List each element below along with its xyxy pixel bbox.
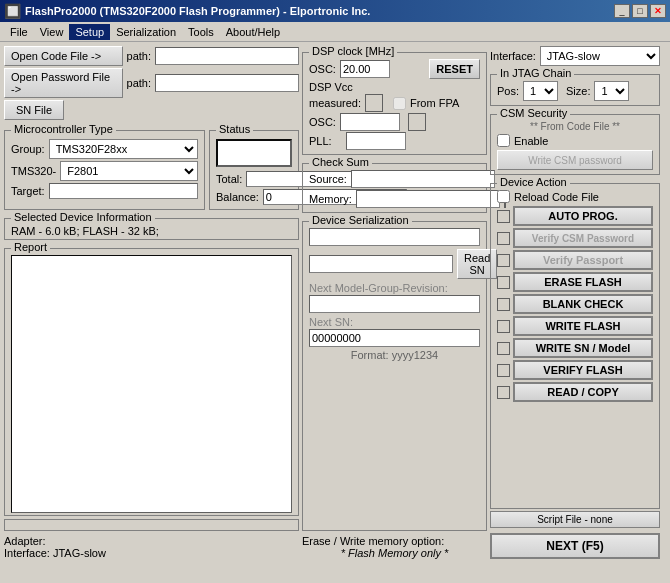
osc-label-1: OSC: bbox=[309, 63, 336, 75]
size-label: Size: bbox=[566, 85, 590, 97]
interface-select[interactable]: JTAG-slow bbox=[540, 46, 660, 66]
menu-file[interactable]: File bbox=[4, 24, 34, 40]
horizontal-scrollbar[interactable] bbox=[4, 519, 299, 531]
source-input[interactable] bbox=[351, 170, 495, 188]
osc-input-2[interactable] bbox=[340, 113, 400, 131]
write-csm-password-button[interactable]: Write CSM password bbox=[497, 150, 653, 170]
osc-input[interactable] bbox=[340, 60, 390, 78]
menu-about[interactable]: About/Help bbox=[220, 24, 286, 40]
report-area bbox=[11, 255, 292, 513]
interface-label-right: Interface: bbox=[490, 50, 536, 62]
auto-prog-led bbox=[497, 210, 510, 223]
osc-label-2: OSC: bbox=[309, 116, 336, 128]
next-button[interactable]: NEXT (F5) bbox=[490, 533, 660, 559]
menu-tools[interactable]: Tools bbox=[182, 24, 220, 40]
target-input[interactable] bbox=[49, 183, 198, 199]
device-info-text: RAM - 6.0 kB; FLASH - 32 kB; bbox=[11, 225, 292, 237]
next-model-label: Next Model-Group-Revision: bbox=[309, 282, 448, 294]
dsp-clock-title: DSP clock [MHz] bbox=[309, 45, 397, 57]
write-flash-button[interactable]: WRITE FLASH bbox=[513, 316, 653, 336]
erase-flash-led bbox=[497, 276, 510, 289]
blank-check-button[interactable]: BLANK CHECK bbox=[513, 294, 653, 314]
code-file-path-input[interactable] bbox=[155, 47, 299, 65]
menu-serialization[interactable]: Serialization bbox=[110, 24, 182, 40]
verify-csm-led bbox=[497, 232, 510, 245]
total-label: Total: bbox=[216, 173, 242, 185]
reset-button[interactable]: RESET bbox=[429, 59, 480, 79]
interface-value-bottom: JTAG-slow bbox=[53, 547, 106, 559]
next-sn-input[interactable] bbox=[309, 329, 480, 347]
group-select[interactable]: TMS320F28xx bbox=[49, 139, 198, 159]
path-label-1: path: bbox=[127, 50, 151, 62]
jtag-chain-title: In JTAG Chain bbox=[497, 67, 574, 79]
pll-label: PLL: bbox=[309, 135, 332, 147]
erase-write-section: Erase / Write memory option: * Flash Mem… bbox=[302, 535, 487, 559]
osc-status bbox=[408, 113, 426, 131]
status-display bbox=[216, 139, 292, 167]
pos-select[interactable]: 1 bbox=[523, 81, 558, 101]
menu-bar: File View Setup Serialization Tools Abou… bbox=[0, 22, 670, 42]
enable-checkbox[interactable] bbox=[497, 134, 510, 147]
minimize-button[interactable]: _ bbox=[614, 4, 630, 18]
serial-input-2[interactable] bbox=[309, 255, 453, 273]
memory-input[interactable] bbox=[356, 190, 500, 208]
reload-code-file-checkbox[interactable] bbox=[497, 190, 510, 203]
dsp-vcc-label: DSP Vcc bbox=[309, 81, 353, 93]
group-label: Group: bbox=[11, 143, 45, 155]
read-copy-button[interactable]: READ / COPY bbox=[513, 382, 653, 402]
device-action-title: Device Action bbox=[497, 176, 570, 188]
measured-status bbox=[365, 94, 383, 112]
menu-view[interactable]: View bbox=[34, 24, 70, 40]
verify-csm-password-button[interactable]: Verify CSM Password bbox=[513, 228, 653, 248]
from-fpa-checkbox[interactable] bbox=[393, 97, 406, 110]
status-title: Status bbox=[216, 123, 253, 135]
size-select[interactable]: 1 bbox=[594, 81, 629, 101]
format-label: Format: yyyy1234 bbox=[309, 349, 480, 361]
balance-label: Balance: bbox=[216, 191, 259, 203]
pll-input[interactable] bbox=[346, 132, 406, 150]
title-bar-text: FlashPro2000 (TMS320F2000 Flash Programm… bbox=[25, 5, 370, 17]
open-code-file-button[interactable]: Open Code File -> bbox=[4, 46, 123, 66]
close-button[interactable]: ✕ bbox=[650, 4, 666, 18]
erase-flash-button[interactable]: ERASE FLASH bbox=[513, 272, 653, 292]
serial-input-1[interactable] bbox=[309, 228, 480, 246]
menu-setup[interactable]: Setup bbox=[69, 24, 110, 40]
tms-select[interactable]: F2801 bbox=[60, 161, 198, 181]
write-flash-led bbox=[497, 320, 510, 333]
mc-type-title: Microcontroller Type bbox=[11, 123, 116, 135]
verify-passport-button[interactable]: Verify Passport bbox=[513, 250, 653, 270]
auto-prog-button[interactable]: AUTO PROG. bbox=[513, 206, 653, 226]
reload-code-file-label: Reload Code File bbox=[514, 191, 599, 203]
selected-device-title: Selected Device Information bbox=[11, 211, 155, 223]
source-label: Source: bbox=[309, 173, 347, 185]
read-copy-led bbox=[497, 386, 510, 399]
next-model-input[interactable] bbox=[309, 295, 480, 313]
write-sn-model-button[interactable]: WRITE SN / Model bbox=[513, 338, 653, 358]
flash-memory-label: * Flash Memory only * bbox=[302, 547, 487, 559]
title-bar-buttons: _ □ ✕ bbox=[614, 4, 666, 18]
blank-check-led bbox=[497, 298, 510, 311]
from-fpa-label: From FPA bbox=[410, 97, 459, 109]
open-password-file-button[interactable]: Open Password File -> bbox=[4, 68, 123, 98]
report-title: Report bbox=[11, 241, 50, 253]
title-bar: 🔲 FlashPro2000 (TMS320F2000 Flash Progra… bbox=[0, 0, 670, 22]
enable-label: Enable bbox=[514, 135, 548, 147]
sn-file-button[interactable]: SN File bbox=[4, 100, 64, 120]
verify-passport-led bbox=[497, 254, 510, 267]
erase-write-label: Erase / Write memory option: bbox=[302, 535, 444, 547]
adapter-label: Adapter: bbox=[4, 535, 46, 547]
target-label: Target: bbox=[11, 185, 45, 197]
tms-label: TMS320- bbox=[11, 165, 56, 177]
password-file-path-input[interactable] bbox=[155, 74, 299, 92]
verify-flash-button[interactable]: VERIFY FLASH bbox=[513, 360, 653, 380]
maximize-button[interactable]: □ bbox=[632, 4, 648, 18]
write-sn-model-led bbox=[497, 342, 510, 355]
path-label-2: path: bbox=[127, 77, 151, 89]
script-file-button[interactable]: Script File - none bbox=[490, 511, 660, 528]
checksum-title: Check Sum bbox=[309, 156, 372, 168]
device-serial-title: Device Serialization bbox=[309, 214, 412, 226]
memory-label: Memory: bbox=[309, 193, 352, 205]
measured-label: measured: bbox=[309, 97, 361, 109]
verify-flash-led bbox=[497, 364, 510, 377]
pos-label: Pos: bbox=[497, 85, 519, 97]
